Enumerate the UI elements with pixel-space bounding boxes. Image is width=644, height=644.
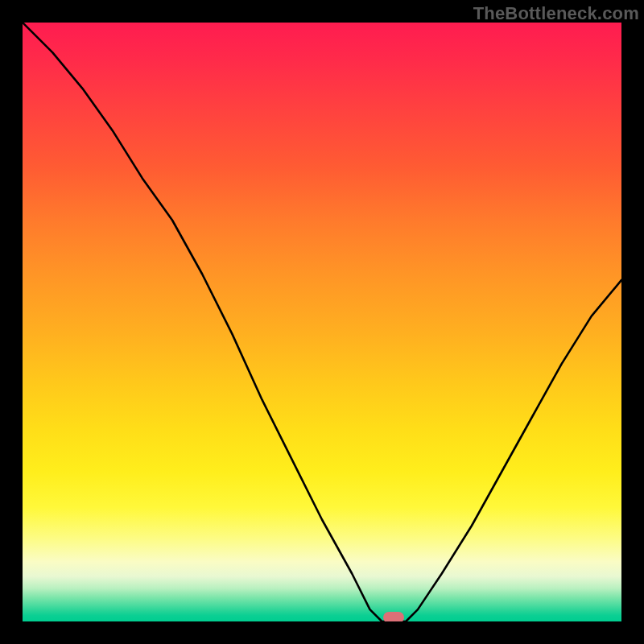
plot-area [23,23,621,621]
optimum-marker [383,612,404,621]
attribution-text: TheBottleneck.com [473,3,639,24]
bottleneck-curve [23,23,621,621]
chart-frame: TheBottleneck.com [0,0,644,644]
